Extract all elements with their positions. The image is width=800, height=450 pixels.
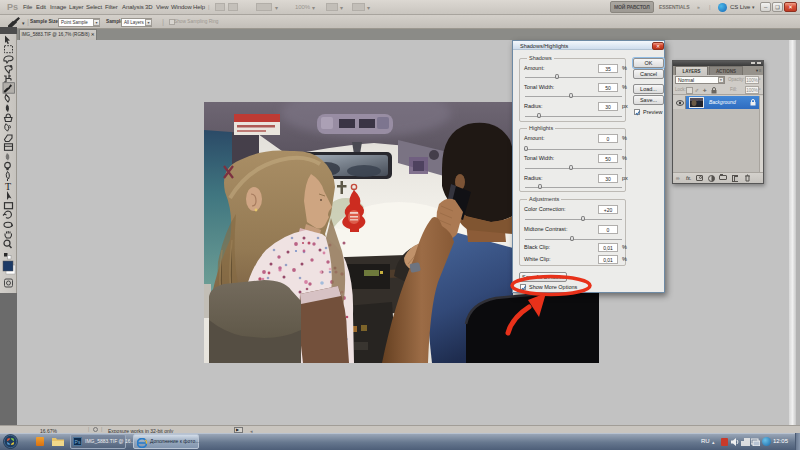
svg-text:T: T xyxy=(5,181,11,192)
